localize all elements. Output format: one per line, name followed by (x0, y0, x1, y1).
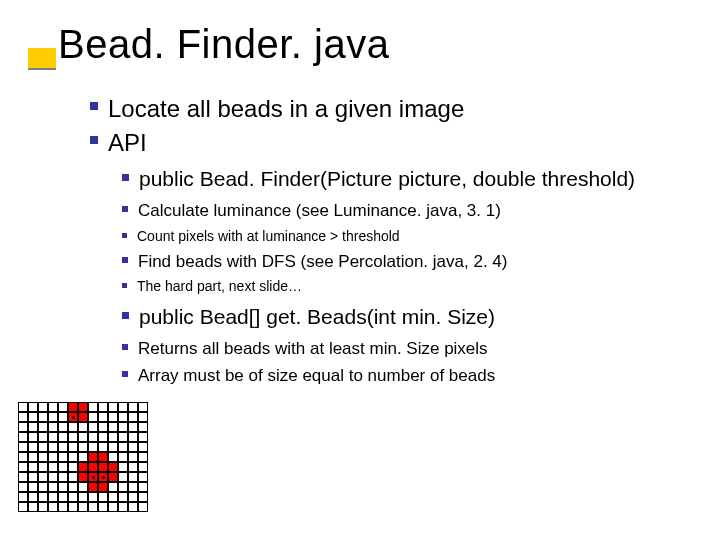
grid-cell (18, 502, 28, 512)
grid-cell (18, 412, 28, 422)
grid-cell (58, 442, 68, 452)
grid-cell (118, 422, 128, 432)
bullet-icon (122, 206, 128, 212)
grid-cell (98, 472, 108, 482)
grid-cell (138, 452, 148, 462)
grid-cell (38, 482, 48, 492)
bullet-locate: Locate all beads in a given image (90, 94, 690, 124)
grid-cell (58, 402, 68, 412)
grid-cell (98, 442, 108, 452)
grid-cell (128, 442, 138, 452)
bullet-icon (122, 174, 129, 181)
grid-cell (28, 402, 38, 412)
bullet-constructor: public Bead. Finder(Picture picture, dou… (122, 166, 690, 192)
grid-cell (108, 432, 118, 442)
grid-cell (118, 452, 128, 462)
grid-cell (118, 432, 128, 442)
grid-cell (128, 422, 138, 432)
grid-cell (28, 452, 38, 462)
bullet-icon (90, 136, 98, 144)
grid-cell (68, 462, 78, 472)
grid-cell (48, 402, 58, 412)
grid-cell (58, 432, 68, 442)
grid-cell (78, 452, 88, 462)
grid-cell (38, 462, 48, 472)
grid-cell (78, 472, 88, 482)
bullet-icon (122, 344, 128, 350)
grid-cell (28, 492, 38, 502)
grid-cell (68, 432, 78, 442)
grid-cell (118, 482, 128, 492)
grid-cell (78, 442, 88, 452)
bullet-count-pixels: Count pixels with at luminance > thresho… (122, 228, 690, 246)
grid-cell (128, 452, 138, 462)
grid-cell (28, 462, 38, 472)
grid-cell (38, 402, 48, 412)
grid-cell (48, 492, 58, 502)
grid-cell (48, 482, 58, 492)
grid-cell (88, 412, 98, 422)
bullet-api: API (90, 128, 690, 158)
grid-cell (98, 402, 108, 412)
grid-cell (88, 472, 98, 482)
bullet-icon (122, 312, 129, 319)
grid-cell (108, 462, 118, 472)
grid-cell (38, 442, 48, 452)
grid-cell (118, 492, 128, 502)
bullet-icon (90, 102, 98, 110)
grid-cell (118, 412, 128, 422)
grid-cell (138, 472, 148, 482)
grid-cell (48, 442, 58, 452)
grid-cell (38, 492, 48, 502)
bullet-array-size: Array must be of size equal to number of… (122, 365, 690, 386)
grid-cell (128, 482, 138, 492)
grid-cell (78, 412, 88, 422)
slide-title: Bead. Finder. java (58, 22, 389, 67)
grid-cell (18, 482, 28, 492)
grid-cell (108, 482, 118, 492)
bullet-icon (122, 233, 127, 238)
grid-cell (68, 452, 78, 462)
grid-cell (28, 482, 38, 492)
grid-cell (138, 462, 148, 472)
grid-cell (68, 412, 78, 422)
grid-cell (78, 492, 88, 502)
grid-cell (38, 422, 48, 432)
grid-cell (98, 412, 108, 422)
grid-cell (78, 462, 88, 472)
grid-cell (38, 432, 48, 442)
bullet-dfs: Find beads with DFS (see Percolation. ja… (122, 251, 690, 272)
grid-cell (118, 472, 128, 482)
grid-cell (58, 412, 68, 422)
grid-cell (68, 442, 78, 452)
grid-cell (98, 502, 108, 512)
grid-cell (68, 502, 78, 512)
grid-cell (108, 442, 118, 452)
grid-cell (48, 422, 58, 432)
grid-cell (118, 402, 128, 412)
grid-cell (58, 502, 68, 512)
grid-cell (18, 452, 28, 462)
grid-cell (108, 412, 118, 422)
grid-cell (68, 402, 78, 412)
grid-cell (138, 412, 148, 422)
grid-cell (28, 432, 38, 442)
grid-cell (108, 472, 118, 482)
grid-cell (58, 422, 68, 432)
grid-cell (18, 432, 28, 442)
grid-cell (68, 422, 78, 432)
bullet-icon (122, 283, 127, 288)
grid-cell (98, 492, 108, 502)
grid-cell (28, 442, 38, 452)
grid-cell (138, 442, 148, 452)
grid-cell (108, 502, 118, 512)
grid-cell (138, 482, 148, 492)
grid-cell (138, 492, 148, 502)
grid-cell (48, 412, 58, 422)
title-text: Bead. Finder. java (58, 22, 389, 66)
bullet-icon (122, 257, 128, 263)
grid-cell (98, 432, 108, 442)
grid-cell (38, 452, 48, 462)
grid-cell (98, 482, 108, 492)
grid-cell (88, 502, 98, 512)
